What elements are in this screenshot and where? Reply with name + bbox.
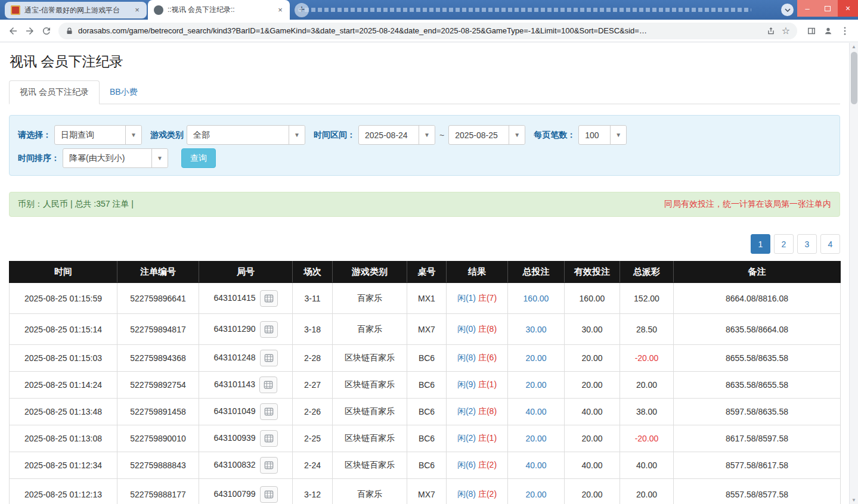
video-replay-icon[interactable]: [260, 457, 278, 474]
cell-valid-bet: 20.00: [565, 372, 620, 399]
total-bet-link[interactable]: 30.00: [525, 325, 546, 334]
total-bet-link[interactable]: 20.00: [525, 490, 546, 499]
total-bet-link[interactable]: 20.00: [525, 353, 546, 363]
result-player: 闲(8): [457, 489, 476, 499]
video-replay-icon[interactable]: [260, 290, 278, 307]
video-replay-icon[interactable]: [260, 350, 278, 366]
header-round-id: 局号: [199, 262, 293, 283]
cell-payout: 28.50: [620, 314, 674, 345]
bookmark-star-icon[interactable]: ☆: [782, 26, 790, 36]
tab-close-icon[interactable]: ×: [275, 5, 285, 15]
browser-tab-1[interactable]: 通宝-信誉最好的网上游戏平台 ×: [5, 2, 147, 18]
round-number: 643101290: [213, 323, 255, 333]
cell-table-no: BC6: [407, 345, 447, 372]
cell-round-id: 643101290: [199, 314, 293, 345]
result-player: 闲(0): [457, 324, 476, 334]
chevron-down-icon[interactable]: ▼: [151, 149, 168, 167]
tab-bb-tip[interactable]: BB小费: [100, 81, 148, 104]
chevron-down-icon[interactable]: ▼: [125, 126, 141, 144]
close-button[interactable]: ×: [838, 0, 858, 17]
video-replay-icon[interactable]: [260, 486, 278, 503]
video-replay-icon[interactable]: [260, 403, 278, 420]
table-row: 2025-08-25 01:15:14 522759894817 6431012…: [10, 314, 841, 345]
share-icon[interactable]: [766, 26, 776, 36]
forward-icon[interactable]: [21, 23, 38, 39]
page-size-value: 100: [579, 126, 610, 144]
query-type-dropdown[interactable]: 日期查询 ▼: [54, 125, 142, 145]
video-replay-icon[interactable]: [260, 321, 278, 338]
cell-session: 3-18: [293, 314, 333, 345]
summary-notice-text: 同局有效投注，统一计算在该局第一张注单内: [664, 199, 831, 210]
page-button-2[interactable]: 2: [774, 234, 794, 254]
page-button-3[interactable]: 3: [797, 234, 817, 254]
tab-bet-records[interactable]: 视讯 会员下注纪录: [9, 80, 100, 104]
total-bet-link[interactable]: 40.00: [525, 407, 546, 416]
page-size-label: 每页笔数：: [534, 130, 575, 141]
page-button-1[interactable]: 1: [751, 234, 770, 254]
cell-game-type: 区块链百家乐: [333, 345, 407, 372]
cell-bet-id: 522759891458: [117, 399, 199, 425]
search-button[interactable]: 查询: [181, 148, 216, 168]
chevron-down-icon[interactable]: ▼: [509, 126, 525, 144]
result-banker: 庄(6): [478, 353, 497, 362]
cell-valid-bet: 20.00: [565, 345, 620, 372]
cell-total-bet: 40.00: [508, 452, 565, 479]
cell-valid-bet: 40.00: [565, 399, 620, 425]
cell-time: 2025-08-25 01:15:14: [10, 314, 117, 345]
filter-row-1: 请选择： 日期查询 ▼ 游戏类别 全部 ▼ 时间区间： 2025-08-24 ▼…: [16, 125, 834, 145]
cell-bet-id: 522759894368: [117, 345, 199, 372]
result-banker: 庄(7): [478, 293, 497, 303]
page-tabs: 视讯 会员下注纪录 BB小费: [9, 80, 840, 104]
cell-payout: -20.00: [620, 345, 674, 372]
scroll-down-arrow-icon[interactable]: ▼: [850, 497, 858, 503]
tab-search-chevron-icon[interactable]: [781, 4, 794, 16]
profile-avatar-icon[interactable]: [820, 23, 837, 39]
maximize-button[interactable]: [817, 0, 838, 17]
window-controls: – ×: [797, 0, 858, 17]
chevron-down-icon[interactable]: ▼: [419, 126, 435, 144]
total-bet-link[interactable]: 40.00: [525, 461, 546, 470]
cell-result: 闲(6) 庄(2): [447, 452, 508, 479]
cell-time: 2025-08-25 01:15:59: [10, 283, 117, 314]
game-type-dropdown[interactable]: 全部 ▼: [187, 125, 305, 145]
date-start-dropdown[interactable]: 2025-08-24 ▼: [358, 125, 435, 145]
scroll-up-arrow-icon[interactable]: ▲: [850, 44, 858, 49]
video-replay-icon[interactable]: [259, 377, 277, 393]
cell-note: 8577.58/8617.58: [674, 452, 841, 479]
chevron-down-icon[interactable]: ▼: [289, 126, 305, 144]
page-button-4[interactable]: 4: [820, 234, 840, 254]
page-size-dropdown[interactable]: 100 ▼: [578, 125, 627, 145]
menu-kebab-icon[interactable]: [837, 23, 853, 39]
cell-valid-bet: 30.00: [565, 314, 620, 345]
reload-icon[interactable]: [38, 23, 55, 39]
total-bet-link[interactable]: 160.00: [524, 294, 549, 303]
cell-result: 闲(2) 庄(8): [447, 399, 508, 425]
cell-payout: 20.00: [620, 372, 674, 399]
total-bet-link[interactable]: 20.00: [525, 380, 546, 390]
result-banker: 庄(1): [478, 433, 497, 443]
video-replay-icon[interactable]: [260, 430, 278, 447]
vertical-scrollbar[interactable]: ▲ ▼: [849, 43, 858, 504]
cell-bet-id: 522759896641: [117, 283, 199, 314]
minimize-button[interactable]: –: [797, 0, 817, 17]
cell-bet-id: 522759888843: [117, 452, 199, 479]
cell-round-id: 643101143: [199, 372, 293, 399]
cell-time: 2025-08-25 01:12:34: [10, 452, 117, 479]
browser-tab-2[interactable]: ::视讯 会员下注纪录:: ×: [148, 0, 290, 20]
date-end-dropdown[interactable]: 2025-08-25 ▼: [448, 125, 525, 145]
result-player: 闲(9): [457, 379, 476, 389]
tab-close-icon[interactable]: ×: [132, 5, 142, 15]
address-bar[interactable]: dorasabs.com/game/betrecord_search/kind3…: [58, 23, 797, 39]
sort-dropdown[interactable]: 降幂(由大到小) ▼: [63, 148, 168, 168]
cell-table-no: MX7: [407, 479, 447, 504]
cell-session: 2-26: [293, 399, 333, 425]
total-bet-link[interactable]: 20.00: [525, 434, 546, 443]
site-favicon-1: [11, 5, 20, 15]
back-icon[interactable]: [5, 23, 21, 39]
side-panel-icon[interactable]: [803, 23, 820, 39]
chevron-down-icon[interactable]: ▼: [610, 126, 626, 144]
scrollbar-thumb[interactable]: [851, 52, 857, 104]
result-player: 闲(6): [457, 460, 476, 469]
cell-game-type: 百家乐: [333, 314, 407, 345]
result-banker: 庄(2): [478, 489, 497, 499]
